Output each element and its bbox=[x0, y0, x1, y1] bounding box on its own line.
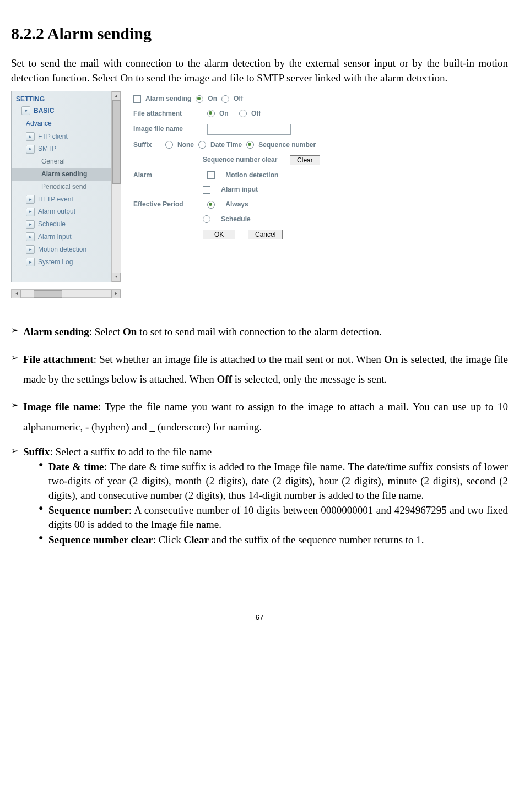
expand-icon: ▸ bbox=[26, 258, 35, 266]
sub-bullet-icon: ● bbox=[39, 460, 48, 502]
sidebar-basic-label: BASIC bbox=[34, 106, 54, 116]
file-attachment-label: File attachment bbox=[133, 109, 203, 118]
effective-always-radio[interactable] bbox=[207, 201, 215, 209]
expand-icon: ▾ bbox=[21, 106, 30, 115]
desc-date-time: Date & time: The date & time suffix is a… bbox=[48, 460, 508, 502]
sidebar-item-label: Schedule bbox=[38, 220, 66, 229]
on-label: On bbox=[208, 94, 217, 103]
on-label: On bbox=[219, 109, 229, 118]
sidebar-item-label: Alarm output bbox=[38, 207, 75, 216]
sidebar-setting-header: SETTING bbox=[12, 91, 121, 105]
sidebar-item-label: System Log bbox=[38, 258, 73, 267]
motion-detection-label: Motion detection bbox=[225, 171, 278, 180]
alarm-sending-on-radio[interactable] bbox=[196, 95, 203, 103]
expand-icon: ▸ bbox=[26, 220, 35, 229]
alarm-sending-label: Alarm sending bbox=[145, 94, 191, 103]
alarm-sending-checkbox[interactable] bbox=[133, 95, 141, 103]
sidebar-item-alarm-input[interactable]: ▸ Alarm input bbox=[12, 231, 121, 243]
sequence-label: Sequence number bbox=[258, 140, 316, 150]
sidebar-sub-periodical[interactable]: Periodical send bbox=[12, 181, 121, 193]
sidebar-item-smtp[interactable]: ▸ SMTP bbox=[12, 143, 121, 155]
sidebar-item-label: SMTP bbox=[38, 144, 56, 154]
settings-screenshot: SETTING ▾ BASIC Advance ▸ FTP client ▸ S… bbox=[11, 91, 353, 289]
sidebar-item-http-event[interactable]: ▸ HTTP event bbox=[12, 193, 121, 206]
scroll-down-icon[interactable]: ▾ bbox=[112, 273, 121, 282]
expand-icon: ▸ bbox=[26, 232, 35, 241]
none-label: None bbox=[177, 140, 194, 150]
cancel-button[interactable]: Cancel bbox=[248, 230, 283, 239]
sub-bullet-icon: ● bbox=[39, 503, 48, 531]
sidebar-item-syslog[interactable]: ▸ System Log bbox=[12, 256, 121, 269]
scroll-right-icon[interactable]: ▸ bbox=[111, 290, 121, 298]
ok-button[interactable]: OK bbox=[203, 230, 235, 239]
expand-icon: ▸ bbox=[26, 208, 35, 216]
settings-sidebar: SETTING ▾ BASIC Advance ▸ FTP client ▸ S… bbox=[11, 91, 121, 282]
image-file-name-label: Image file name bbox=[133, 124, 203, 134]
scroll-thumb[interactable] bbox=[112, 100, 121, 184]
alarm-input-checkbox[interactable] bbox=[203, 186, 210, 194]
expand-icon: ▸ bbox=[26, 245, 35, 254]
image-file-name-input[interactable] bbox=[207, 124, 291, 135]
clear-button[interactable]: Clear bbox=[290, 155, 320, 165]
sidebar-hscrollbar[interactable]: ◂ ▸ bbox=[11, 289, 121, 298]
intro-paragraph: Set to send the mail with connection to … bbox=[11, 56, 508, 85]
seq-clear-label: Sequence number clear bbox=[203, 155, 277, 165]
sidebar-item-schedule[interactable]: ▸ Schedule bbox=[12, 218, 121, 231]
effective-schedule-radio[interactable] bbox=[203, 215, 210, 223]
sidebar-item-label: HTTP event bbox=[38, 195, 73, 204]
scroll-up-icon[interactable]: ▴ bbox=[112, 91, 121, 101]
bullet-icon: ➢ bbox=[11, 397, 23, 437]
sidebar-sub-alarm-sending[interactable]: Alarm sending bbox=[12, 168, 121, 181]
alarm-input-label: Alarm input bbox=[221, 185, 258, 194]
suffix-label: Suffix bbox=[133, 140, 161, 150]
settings-panel: Alarm sending On Off File attachment On … bbox=[133, 94, 320, 245]
sidebar-item-label: FTP client bbox=[38, 132, 68, 141]
desc-alarm-sending: Alarm sending: Select On to set to send … bbox=[23, 322, 508, 342]
scroll-thumb[interactable] bbox=[34, 290, 62, 298]
desc-file-attachment: File attachment: Set whether an image fi… bbox=[23, 350, 508, 389]
sidebar-item-alarm-output[interactable]: ▸ Alarm output bbox=[12, 205, 121, 218]
sidebar-item-label: Motion detection bbox=[38, 245, 86, 254]
sidebar-item-motion[interactable]: ▸ Motion detection bbox=[12, 243, 121, 256]
page-number: 67 bbox=[11, 613, 508, 623]
sidebar-sub-general[interactable]: General bbox=[12, 155, 121, 168]
desc-image-file-name: Image file name: Type the file name you … bbox=[23, 397, 508, 437]
schedule-label: Schedule bbox=[221, 215, 250, 224]
sidebar-item-basic[interactable]: ▾ BASIC bbox=[12, 105, 121, 118]
alarm-label: Alarm bbox=[133, 171, 203, 180]
sub-bullet-icon: ● bbox=[39, 533, 48, 547]
sidebar-item-label: Alarm input bbox=[38, 232, 72, 242]
sidebar-item-ftp[interactable]: ▸ FTP client bbox=[12, 130, 121, 143]
file-attachment-on-radio[interactable] bbox=[207, 110, 215, 117]
scroll-left-icon[interactable]: ◂ bbox=[12, 290, 21, 298]
desc-sequence-number: Sequence number: A consecutive number of… bbox=[48, 503, 508, 531]
sidebar-vscrollbar[interactable]: ▴ ▾ bbox=[111, 91, 121, 282]
description-list: ➢ Alarm sending: Select On to set to sen… bbox=[11, 322, 508, 547]
alarm-sending-off-radio[interactable] bbox=[221, 95, 229, 103]
file-attachment-off-radio[interactable] bbox=[239, 110, 247, 117]
expand-icon: ▸ bbox=[26, 195, 35, 204]
desc-sequence-clear: Sequence number clear: Click Clear and t… bbox=[48, 533, 508, 547]
suffix-none-radio[interactable] bbox=[165, 141, 173, 149]
off-label: Off bbox=[251, 109, 261, 118]
motion-detection-checkbox[interactable] bbox=[207, 171, 215, 179]
suffix-datetime-radio[interactable] bbox=[198, 141, 206, 149]
suffix-sequence-radio[interactable] bbox=[246, 141, 254, 149]
datetime-label: Date Time bbox=[210, 140, 242, 150]
expand-icon: ▸ bbox=[26, 132, 35, 141]
section-heading: 8.2.2 Alarm sending bbox=[11, 22, 508, 45]
expand-icon: ▸ bbox=[26, 145, 35, 154]
sidebar-item-advance[interactable]: Advance bbox=[12, 118, 121, 130]
effective-period-label: Effective Period bbox=[133, 200, 203, 209]
bullet-icon: ➢ bbox=[11, 350, 23, 389]
off-label: Off bbox=[234, 94, 243, 103]
bullet-icon: ➢ bbox=[11, 445, 23, 459]
always-label: Always bbox=[225, 200, 248, 209]
desc-suffix: Suffix: Select a suffix to add to the fi… bbox=[23, 445, 508, 459]
bullet-icon: ➢ bbox=[11, 322, 23, 342]
